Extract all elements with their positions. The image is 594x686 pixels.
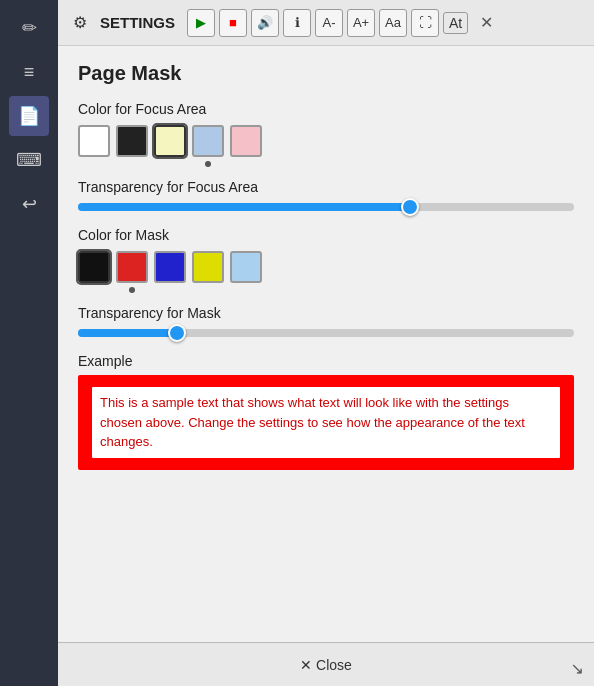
focus-color-pink[interactable]: [230, 125, 262, 157]
mask-dot-blue: [192, 287, 224, 293]
mask-dot-red: [154, 287, 186, 293]
panel-title: Page Mask: [78, 62, 574, 85]
font-decrease-button[interactable]: A-: [315, 9, 343, 37]
example-section: Example This is a sample text that shows…: [78, 353, 574, 470]
mask-dot-lightblue: [268, 287, 300, 293]
focus-dot-lightblue: [230, 161, 262, 167]
resize-icon: ↙: [571, 660, 584, 677]
at-badge[interactable]: At: [443, 12, 468, 34]
example-box: This is a sample text that shows what te…: [78, 375, 574, 470]
mask-dot-yellow: [230, 287, 262, 293]
sidebar-item-undo[interactable]: ↩: [9, 184, 49, 224]
fullscreen-button[interactable]: ⛶: [411, 9, 439, 37]
sidebar-item-edit[interactable]: ✏: [9, 8, 49, 48]
focus-dot-white: [116, 161, 148, 167]
focus-transparency-slider[interactable]: [78, 203, 574, 211]
keyboard-icon: ⌨: [16, 149, 42, 171]
focus-slider-track: [78, 203, 574, 211]
mask-transparency-label: Transparency for Mask: [78, 305, 574, 321]
focus-slider-fill: [78, 203, 410, 211]
mask-color-yellow[interactable]: [192, 251, 224, 283]
sound-button[interactable]: 🔊: [251, 9, 279, 37]
focus-color-light-blue[interactable]: [192, 125, 224, 157]
font-size-button[interactable]: Aa: [379, 9, 407, 37]
mask-transparency-slider[interactable]: [78, 329, 574, 337]
page-icon: 📄: [18, 105, 40, 127]
example-label: Example: [78, 353, 574, 369]
close-panel-label: ✕ Close: [300, 657, 352, 673]
mask-color-swatches: [78, 251, 574, 283]
mask-slider-thumb[interactable]: [168, 324, 186, 342]
mask-color-black[interactable]: [78, 251, 110, 283]
sidebar-item-keyboard[interactable]: ⌨: [9, 140, 49, 180]
example-text: This is a sample text that shows what te…: [92, 387, 560, 458]
focus-dot-black: [154, 161, 186, 167]
stop-button[interactable]: ■: [219, 9, 247, 37]
play-button[interactable]: ▶: [187, 9, 215, 37]
mask-color-light-blue[interactable]: [230, 251, 262, 283]
main-area: ⚙ SETTINGS ▶ ■ 🔊 ℹ A- A+ Aa ⛶ At ✕: [58, 0, 594, 686]
toolbar: ⚙ SETTINGS ▶ ■ 🔊 ℹ A- A+ Aa ⛶ At ✕: [58, 0, 594, 46]
resize-handle[interactable]: ↙: [571, 659, 584, 678]
edit-icon: ✏: [22, 17, 37, 39]
close-button[interactable]: ✕: [472, 9, 500, 37]
mask-slider-fill: [78, 329, 177, 337]
sidebar: ✏ ≡ 📄 ⌨ ↩: [0, 0, 58, 686]
focus-color-black[interactable]: [116, 125, 148, 157]
focus-slider-thumb[interactable]: [401, 198, 419, 216]
focus-transparency-label: Transparency for Focus Area: [78, 179, 574, 195]
close-panel-button[interactable]: ✕ Close: [288, 653, 364, 677]
mask-dot-black: [116, 287, 148, 293]
mask-color-label: Color for Mask: [78, 227, 574, 243]
undo-icon: ↩: [22, 193, 37, 215]
mask-color-dots: [78, 287, 574, 293]
mask-color-blue[interactable]: [154, 251, 186, 283]
focus-color-white[interactable]: [78, 125, 110, 157]
menu-icon: ≡: [24, 62, 35, 83]
focus-dot-yellow: [192, 161, 224, 167]
focus-color-yellow[interactable]: [154, 125, 186, 157]
focus-dot-pink: [268, 161, 300, 167]
bottom-bar: ✕ Close ↙: [58, 642, 594, 686]
focus-color-swatches: [78, 125, 574, 157]
mask-color-red[interactable]: [116, 251, 148, 283]
mask-slider-track: [78, 329, 574, 337]
settings-title: SETTINGS: [100, 14, 175, 31]
focus-color-dots: [78, 161, 574, 167]
info-button[interactable]: ℹ: [283, 9, 311, 37]
sidebar-item-page[interactable]: 📄: [9, 96, 49, 136]
sidebar-item-menu[interactable]: ≡: [9, 52, 49, 92]
font-increase-button[interactable]: A+: [347, 9, 375, 37]
focus-color-label: Color for Focus Area: [78, 101, 574, 117]
gear-icon[interactable]: ⚙: [66, 9, 94, 37]
settings-panel: Page Mask Color for Focus Area Transpare…: [58, 46, 594, 642]
